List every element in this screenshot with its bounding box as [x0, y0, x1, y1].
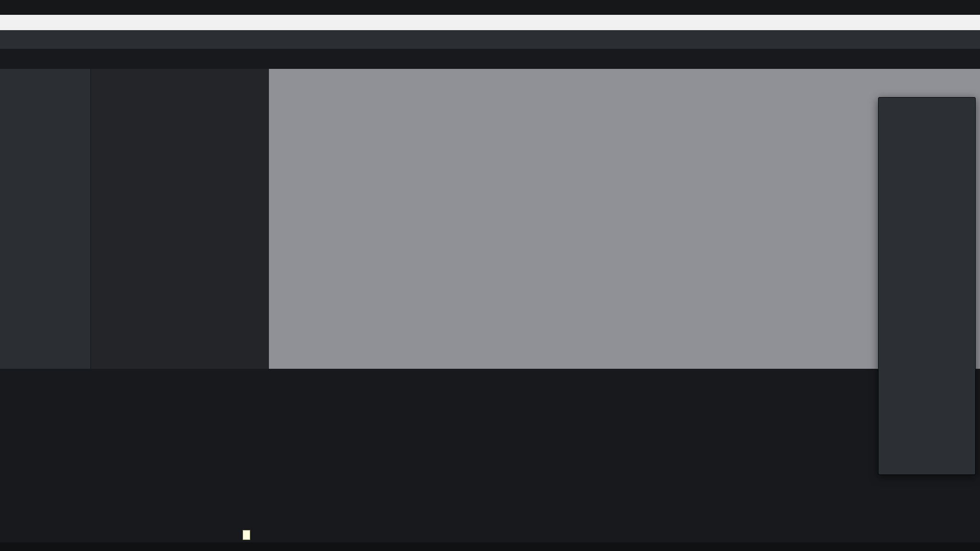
info-line [0, 49, 980, 69]
track-list [91, 69, 269, 369]
bottom-tab-bar [0, 542, 980, 551]
mixconsole-zone [0, 369, 980, 542]
control-room-window [878, 97, 976, 475]
inspector-panel [0, 69, 91, 369]
toolbar [0, 30, 980, 49]
project-title-bar [0, 15, 980, 31]
cubase-window [0, 0, 980, 551]
arrange-area [269, 69, 980, 369]
menu-bar [0, 0, 980, 15]
tooltip [243, 530, 250, 540]
